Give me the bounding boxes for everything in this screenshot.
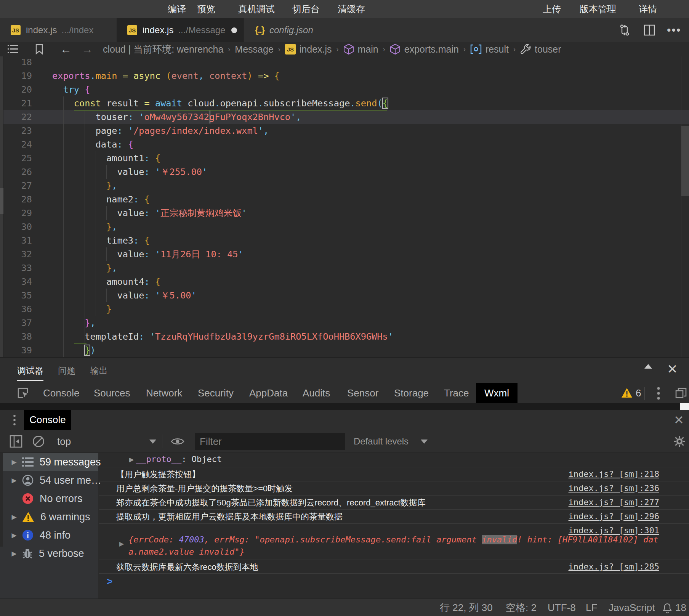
more-actions-icon[interactable]: ••• bbox=[667, 18, 681, 42]
debugger-tab-1[interactable]: 调试器 bbox=[17, 358, 43, 383]
filter-input[interactable] bbox=[195, 433, 345, 450]
language-status[interactable]: JavaScript bbox=[609, 599, 655, 616]
notifications-bell-icon[interactable] bbox=[662, 603, 672, 613]
console-sidebar-item-1[interactable]: ▶59 messages bbox=[3, 453, 98, 471]
code-line-22[interactable]: 22 touser: 'oMw4wy567342gFuPYoqx2BnHvco'… bbox=[0, 110, 689, 124]
breadcrumb-item-3[interactable]: JSindex.js bbox=[285, 44, 332, 55]
dock-side-icon[interactable] bbox=[675, 388, 687, 399]
proto-property[interactable]: __proto__: Object bbox=[136, 454, 222, 464]
split-editor-icon[interactable] bbox=[643, 18, 655, 42]
devtools-scroll-thumb[interactable] bbox=[680, 403, 689, 410]
menu-item-5[interactable]: 清缓存 bbox=[338, 0, 365, 18]
code-line-36[interactable]: 36 } bbox=[0, 302, 689, 316]
clear-console-icon[interactable] bbox=[32, 435, 45, 448]
expand-arrow-icon[interactable]: ▶ bbox=[8, 476, 20, 484]
code-line-32[interactable]: 32 value: '11月26日 10: 45' bbox=[0, 247, 689, 261]
console-sidebar-item-6[interactable]: ▶5 verbose bbox=[3, 544, 98, 563]
menu-item-2[interactable]: 预览 bbox=[197, 0, 215, 18]
code-line-28[interactable]: 28 name2: { bbox=[0, 192, 689, 206]
code-line-37[interactable]: 37 }, bbox=[0, 316, 689, 330]
left-scrollbar-thumb[interactable] bbox=[0, 188, 3, 214]
expand-arrow-icon[interactable]: ▶ bbox=[8, 458, 20, 466]
source-location-link[interactable]: index.js? [sm]:301 bbox=[569, 526, 659, 535]
menu-item-3[interactable]: 真机调试 bbox=[238, 0, 275, 18]
warning-badge-icon[interactable] bbox=[621, 388, 633, 398]
cursor-position-status[interactable]: 行 22, 列 30 bbox=[440, 599, 493, 616]
code-line-38[interactable]: 38 templateId: 'TzzuRqYHudfbzUa3l9yzrGm8… bbox=[0, 330, 689, 343]
code-line-35[interactable]: 35 value: '￥5.00' bbox=[0, 289, 689, 302]
menu-item-4[interactable]: 切后台 bbox=[292, 0, 320, 18]
more-options-icon[interactable] bbox=[657, 387, 660, 400]
breadcrumb-item-7[interactable]: touser bbox=[520, 44, 561, 55]
editor-tab-index-js[interactable]: JSindex.js.../Message bbox=[117, 18, 244, 42]
console-settings-gear-icon[interactable] bbox=[673, 435, 686, 448]
menu-item-right-2[interactable]: 版本管理 bbox=[580, 0, 616, 18]
code-line-20[interactable]: 20 try { bbox=[0, 83, 689, 96]
code-line-34[interactable]: 34 amount4: { bbox=[0, 275, 689, 289]
breadcrumb-item-4[interactable]: main bbox=[343, 43, 378, 55]
breadcrumb-item-5[interactable]: exports.main bbox=[390, 43, 459, 55]
expand-arrow-icon[interactable]: ▶ bbox=[8, 531, 20, 539]
source-location-link[interactable]: index.js? [sm]:296 bbox=[569, 512, 659, 521]
console-sidebar-item-4[interactable]: ▶6 warnings bbox=[3, 508, 98, 526]
expand-arrow-icon[interactable]: ▶ bbox=[8, 550, 20, 558]
source-location-link[interactable]: index.js? [sm]:236 bbox=[569, 483, 659, 493]
breadcrumb-item-2[interactable]: Message bbox=[235, 44, 273, 55]
breadcrumb-item-6[interactable]: result bbox=[470, 44, 509, 55]
debugger-tab-3[interactable]: 输出 bbox=[90, 358, 108, 383]
console-sidebar-item-3[interactable]: No errors bbox=[3, 489, 98, 508]
devtools-tab-sensor[interactable]: Sensor bbox=[347, 383, 377, 403]
breadcrumb-item-1[interactable]: cloud | 当前环境: wenrencha bbox=[103, 43, 223, 56]
devtools-tab-network[interactable]: Network bbox=[146, 383, 180, 403]
code-line-30[interactable]: 30 }, bbox=[0, 220, 689, 234]
code-line-19[interactable]: 19exports.main = async (event, context) … bbox=[0, 69, 689, 83]
unsaved-dot-icon[interactable] bbox=[231, 27, 237, 33]
compare-changes-icon[interactable] bbox=[618, 18, 631, 42]
editor-scrollbar-thumb[interactable] bbox=[681, 126, 689, 196]
nav-forward-icon[interactable]: → bbox=[82, 43, 93, 56]
outline-list-icon[interactable] bbox=[8, 44, 18, 54]
code-line-39[interactable]: 39 }) bbox=[0, 343, 689, 357]
devtools-tab-wxml[interactable]: Wxml bbox=[476, 383, 518, 403]
code-line-26[interactable]: 26 value: '￥255.00' bbox=[0, 165, 689, 179]
expand-arrow-icon[interactable]: ▶ bbox=[8, 513, 20, 521]
nav-back-icon[interactable]: ← bbox=[60, 43, 72, 56]
code-line-27[interactable]: 27 }, bbox=[0, 179, 689, 192]
editor-tab-config-json[interactable]: {..}config.json bbox=[244, 18, 342, 42]
levels-dropdown-icon[interactable] bbox=[421, 440, 428, 444]
console-sidebar-item-2[interactable]: ▶54 user me… bbox=[3, 471, 98, 489]
code-line-24[interactable]: 24 data: { bbox=[0, 138, 689, 151]
source-location-link[interactable]: index.js? [sm]:218 bbox=[569, 469, 659, 479]
code-line-18[interactable]: 18 bbox=[0, 56, 689, 69]
devtools-tab-security[interactable]: Security bbox=[198, 383, 232, 403]
drawer-menu-icon[interactable] bbox=[13, 414, 16, 426]
code-line-23[interactable]: 23 page: '/pages/index/index.wxml', bbox=[0, 124, 689, 138]
menu-item-right-1[interactable]: 上传 bbox=[543, 0, 561, 18]
eye-icon[interactable] bbox=[171, 436, 184, 447]
log-levels-selector[interactable]: Default levels bbox=[354, 430, 409, 453]
devtools-tab-console[interactable]: Console bbox=[43, 383, 77, 403]
devtools-tab-sources[interactable]: Sources bbox=[94, 383, 128, 403]
close-panel-icon[interactable]: ✕ bbox=[667, 361, 678, 377]
bookmark-icon[interactable] bbox=[35, 44, 43, 55]
console-drawer-tab[interactable]: Console bbox=[24, 410, 71, 430]
devtools-tab-appdata[interactable]: AppData bbox=[249, 383, 285, 403]
expand-arrow-icon[interactable]: ▶ bbox=[129, 456, 134, 463]
code-line-29[interactable]: 29 value: '正宗秘制黄焖鸡米饭' bbox=[0, 206, 689, 220]
close-drawer-icon[interactable]: ✕ bbox=[674, 413, 684, 427]
debugger-tab-2[interactable]: 问题 bbox=[58, 358, 75, 383]
editor-tab-index-js[interactable]: JSindex.js.../index bbox=[0, 18, 116, 42]
error-object-line1[interactable]: {errCode: 47003, errMsg: "openapi.subscr… bbox=[128, 535, 659, 544]
devtools-tab-audits[interactable]: Audits bbox=[303, 383, 330, 403]
encoding-status[interactable]: UTF-8 bbox=[548, 599, 576, 616]
context-selector[interactable]: top bbox=[57, 430, 71, 453]
code-line-25[interactable]: 25 amount1: { bbox=[0, 151, 689, 165]
code-line-31[interactable]: 31 time3: { bbox=[0, 234, 689, 247]
console-prompt-icon[interactable]: > bbox=[107, 576, 112, 587]
code-editor[interactable]: 1819exports.main = async (event, context… bbox=[0, 56, 689, 357]
collapse-panel-icon[interactable] bbox=[644, 364, 652, 369]
expand-arrow-icon[interactable]: ▶ bbox=[119, 540, 124, 547]
console-sidebar-item-5[interactable]: ▶48 info bbox=[3, 526, 98, 544]
code-line-33[interactable]: 33 }, bbox=[0, 261, 689, 275]
source-location-link[interactable]: index.js? [sm]:277 bbox=[569, 497, 659, 507]
